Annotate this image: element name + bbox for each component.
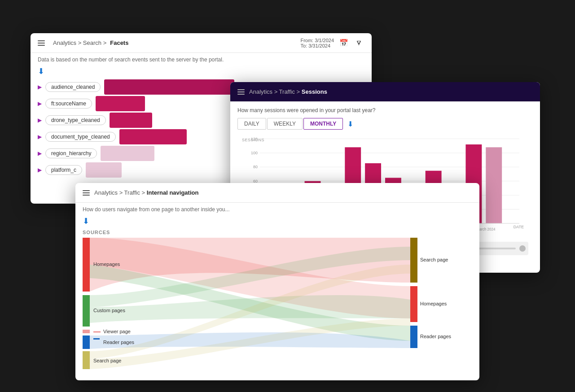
facet-label: drone_type_cleaned	[45, 115, 106, 125]
x-axis-label: DATE	[514, 225, 524, 229]
tab-weekly[interactable]: WEEKLY	[267, 118, 303, 130]
sessions-tab-bar: DAILY WEEKLY MONTHLY ⬇	[237, 118, 533, 130]
facet-bar	[119, 129, 187, 144]
facets-title: Facets	[110, 39, 128, 46]
scroll-right-handle[interactable]	[519, 245, 526, 252]
calendar-icon[interactable]: 📅	[338, 38, 350, 48]
right-label-searchpage: Search page	[420, 257, 448, 262]
node-searchpage-left	[83, 351, 90, 369]
left-label-searchpage: Search page	[93, 358, 121, 363]
hamburger-icon[interactable]	[237, 89, 245, 95]
facet-chevron-icon[interactable]: ▶	[38, 150, 42, 157]
sessions-breadcrumb-text: Analytics > Traffic >	[249, 88, 300, 95]
left-label-readerpages: Reader pages	[103, 340, 135, 345]
facets-date-range: From: 3/1/2024 To: 3/31/2024 📅 ⛛	[300, 38, 364, 48]
sessions-breadcrumb: Analytics > Traffic > Sessions	[249, 88, 327, 95]
sessions-title: Sessions	[302, 88, 327, 95]
tab-daily[interactable]: DAILY	[237, 118, 266, 130]
node-readerpages-right	[410, 326, 417, 348]
internal-nav-title: Internal navigation	[147, 189, 199, 196]
hamburger-icon[interactable]	[83, 190, 90, 196]
node-homepages-right	[410, 286, 417, 322]
facet-bar	[86, 162, 122, 178]
facet-label: region_hierarchy	[45, 148, 97, 158]
left-label-homepages: Homepages	[93, 261, 120, 267]
y-axis-label: SESSIONS	[242, 138, 264, 142]
facets-breadcrumb-text: Analytics > Search >	[53, 39, 106, 46]
date-from: From: 3/1/2024	[300, 38, 334, 43]
facets-header: Analytics > Search > Facets From: 3/1/20…	[31, 33, 372, 53]
right-label-readerpages: Reader pages	[420, 334, 452, 339]
facets-subtext: Data is based on the number of search ev…	[31, 53, 372, 65]
facet-chevron-icon[interactable]: ▶	[38, 100, 42, 107]
sessions-header: Analytics > Traffic > Sessions	[230, 82, 540, 102]
svg-text:100: 100	[251, 151, 258, 155]
node-custompages-left	[83, 295, 90, 327]
hamburger-icon[interactable]	[38, 40, 45, 46]
facet-bar	[104, 79, 234, 95]
sessions-question: How many sessions were opened in your po…	[237, 107, 533, 113]
svg-text:80: 80	[253, 165, 258, 169]
sessions-download-icon[interactable]: ⬇	[347, 120, 353, 128]
right-label-homepages: Homepages	[420, 301, 447, 306]
internal-nav-download-icon[interactable]: ⬇	[75, 214, 97, 228]
internal-nav-breadcrumb: Analytics > Traffic > Internal navigatio…	[94, 189, 198, 196]
facets-breadcrumb: Analytics > Search > Facets	[38, 39, 128, 46]
sources-label: SOURCES	[83, 228, 472, 238]
sankey-svg: Homepages Custom pages Viewer page Reade…	[83, 238, 469, 377]
facet-chevron-icon[interactable]: ▶	[38, 167, 42, 173]
node-homepages-left	[83, 238, 90, 292]
internal-nav-subtext: How do users navigate from one page to a…	[75, 203, 479, 214]
facet-label: ft:sourceName	[45, 99, 92, 109]
internal-nav-header: Analytics > Traffic > Internal navigatio…	[75, 183, 479, 203]
facet-chevron-icon[interactable]: ▶	[38, 117, 42, 123]
internal-nav-breadcrumb-text: Analytics > Traffic >	[94, 189, 145, 196]
facet-label: platform_c	[45, 165, 82, 175]
node-readerpages-left	[83, 335, 90, 349]
facet-label: audience_cleaned	[45, 82, 101, 92]
facet-bar	[101, 146, 154, 161]
tab-monthly[interactable]: MONTHLY	[303, 118, 343, 130]
node-viewerpage-left	[83, 330, 90, 333]
facet-bar	[96, 96, 145, 111]
facet-label: document_type_cleaned	[45, 132, 116, 142]
sankey-area: SOURCES	[75, 228, 479, 380]
bar-feb2024	[486, 147, 502, 223]
date-range-text: From: 3/1/2024 To: 3/31/2024	[300, 38, 334, 48]
left-label-custompages: Custom pages	[93, 308, 125, 313]
facet-chevron-icon[interactable]: ▶	[38, 84, 42, 90]
date-to: To: 3/31/2024	[300, 43, 334, 48]
node-searchpage-right	[410, 238, 417, 283]
facet-chevron-icon[interactable]: ▶	[38, 134, 42, 140]
facets-download-icon[interactable]: ⬇	[31, 65, 52, 78]
legend-readerpages-dot	[93, 338, 100, 340]
internal-nav-window: Analytics > Traffic > Internal navigatio…	[75, 183, 479, 380]
facet-bar	[110, 113, 152, 128]
left-label-viewerpage: Viewer page	[103, 329, 131, 334]
filter-icon[interactable]: ⛛	[354, 38, 364, 48]
